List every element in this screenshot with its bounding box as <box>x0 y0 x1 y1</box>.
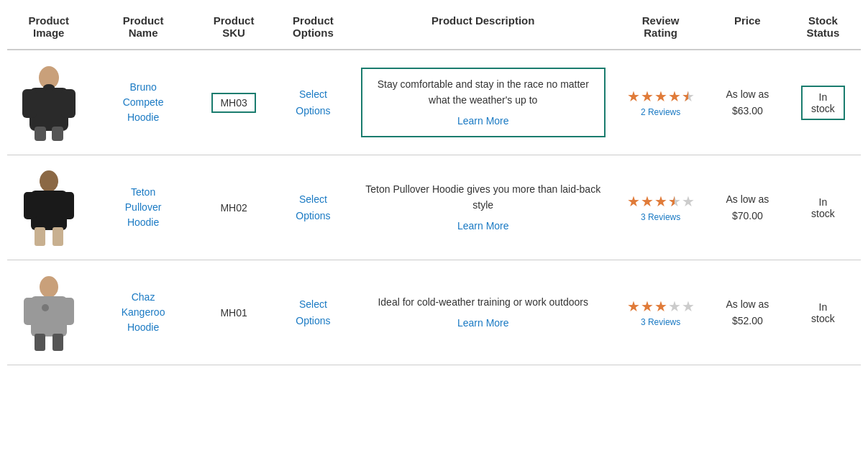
svg-rect-15 <box>24 298 37 325</box>
star-filled-icon: ★ <box>627 88 640 105</box>
product-price-cell: As low as$63.00 <box>710 50 785 155</box>
product-price-cell: As low as$70.00 <box>710 155 785 260</box>
product-options-cell: SelectOptions <box>272 260 355 365</box>
product-rating-cell: ★★★★★3 Reviews <box>611 260 710 365</box>
description-text: Ideal for cold-weather training or work … <box>360 294 606 331</box>
sku-value: MH01 <box>220 307 247 319</box>
stock-status-cell: Instock <box>785 260 861 365</box>
select-options-link[interactable]: SelectOptions <box>296 193 330 221</box>
svg-point-19 <box>42 304 49 311</box>
star-filled-icon: ★ <box>641 298 654 315</box>
star-filled-icon: ★ <box>654 298 667 315</box>
product-image <box>17 272 81 351</box>
product-name-link[interactable]: BrunoCompeteHoodie <box>123 81 164 123</box>
star-filled-icon: ★ <box>627 298 640 315</box>
product-options-cell: SelectOptions <box>272 155 355 260</box>
product-name-cell: BrunoCompeteHoodie <box>91 50 196 155</box>
product-rating-cell: ★★★★★★3 Reviews <box>611 155 710 260</box>
reviews-count[interactable]: 2 Reviews <box>617 107 704 117</box>
table-row: ChazKangerooHoodieMH01SelectOptionsIdeal… <box>7 260 861 365</box>
reviews-count[interactable]: 3 Reviews <box>617 212 704 222</box>
price-value: As low as$63.00 <box>726 88 769 116</box>
product-sku-cell: MH03 <box>196 50 272 155</box>
star-filled-icon: ★ <box>668 88 681 105</box>
reviews-count[interactable]: 3 Reviews <box>617 317 704 327</box>
select-options-link[interactable]: SelectOptions <box>296 298 330 326</box>
learn-more-link[interactable]: Learn More <box>360 315 606 331</box>
table-row: BrunoCompeteHoodieMH03SelectOptionsStay … <box>7 50 861 155</box>
product-description-cell: Teton Pullover Hoodie gives you more tha… <box>355 155 611 260</box>
svg-rect-9 <box>24 192 37 219</box>
product-image <box>17 167 81 246</box>
star-half-icon: ★★ <box>682 88 695 105</box>
star-filled-icon: ★ <box>654 88 667 105</box>
header-price: Price <box>710 7 785 50</box>
star-filled-icon: ★ <box>627 193 640 210</box>
svg-rect-18 <box>52 334 63 351</box>
star-filled-icon: ★ <box>654 193 667 210</box>
star-filled-icon: ★ <box>641 193 654 210</box>
header-stock: StockStatus <box>785 7 861 50</box>
svg-rect-5 <box>52 127 63 141</box>
description-text: Teton Pullover Hoodie gives you more tha… <box>360 181 606 234</box>
star-empty-icon: ★ <box>668 298 681 315</box>
sku-value: MH03 <box>211 93 255 113</box>
stock-status-cell: Instock <box>785 50 861 155</box>
svg-point-13 <box>40 276 58 298</box>
product-sku-cell: MH01 <box>196 260 272 365</box>
product-description-cell: Stay comfortable and stay in the race no… <box>355 50 611 155</box>
product-description-cell: Ideal for cold-weather training or work … <box>355 260 611 365</box>
stock-status-cell: Instock <box>785 155 861 260</box>
stock-status: Instock <box>811 196 835 219</box>
table-row: TetonPulloverHoodieMH02SelectOptionsTeto… <box>7 155 861 260</box>
svg-point-7 <box>40 170 58 192</box>
svg-point-6 <box>43 84 55 91</box>
learn-more-link[interactable]: Learn More <box>360 218 606 234</box>
product-name-cell: TetonPulloverHoodie <box>91 155 196 260</box>
sku-value: MH02 <box>220 202 247 214</box>
description-highlighted: Stay comfortable and stay in the race no… <box>361 68 606 137</box>
svg-rect-12 <box>52 227 63 246</box>
svg-rect-17 <box>35 334 45 351</box>
svg-rect-11 <box>35 227 45 246</box>
product-rating-cell: ★★★★★★2 Reviews <box>611 50 710 155</box>
learn-more-link[interactable]: Learn More <box>373 113 594 129</box>
product-image-cell <box>7 260 91 365</box>
header-name: ProductName <box>91 7 196 50</box>
svg-rect-16 <box>61 298 74 325</box>
product-image-cell <box>7 155 91 260</box>
select-options-link[interactable]: SelectOptions <box>296 88 330 116</box>
product-sku-cell: MH02 <box>196 155 272 260</box>
product-image-cell <box>7 50 91 155</box>
svg-rect-3 <box>61 89 76 118</box>
header-image: ProductImage <box>7 7 91 50</box>
header-rating: ReviewRating <box>611 7 710 50</box>
description-text: Stay comfortable and stay in the race no… <box>378 78 589 106</box>
header-sku: ProductSKU <box>196 7 272 50</box>
svg-rect-4 <box>35 127 46 141</box>
product-name-cell: ChazKangerooHoodie <box>91 260 196 365</box>
price-value: As low as$52.00 <box>726 298 769 326</box>
header-options: ProductOptions <box>272 7 355 50</box>
star-empty-icon: ★ <box>682 298 695 315</box>
product-name-link[interactable]: TetonPulloverHoodie <box>125 186 162 228</box>
star-empty-icon: ★ <box>682 193 695 210</box>
product-price-cell: As low as$52.00 <box>710 260 785 365</box>
stock-status: Instock <box>801 86 845 120</box>
product-options-cell: SelectOptions <box>272 50 355 155</box>
product-name-link[interactable]: ChazKangerooHoodie <box>122 291 165 333</box>
header-description: Product Description <box>355 7 611 50</box>
star-half-icon: ★★ <box>668 193 681 210</box>
star-filled-icon: ★ <box>641 88 654 105</box>
stock-status: Instock <box>811 301 835 324</box>
svg-rect-2 <box>22 89 37 118</box>
product-image <box>17 62 81 141</box>
svg-rect-10 <box>61 192 74 219</box>
price-value: As low as$70.00 <box>726 193 769 221</box>
